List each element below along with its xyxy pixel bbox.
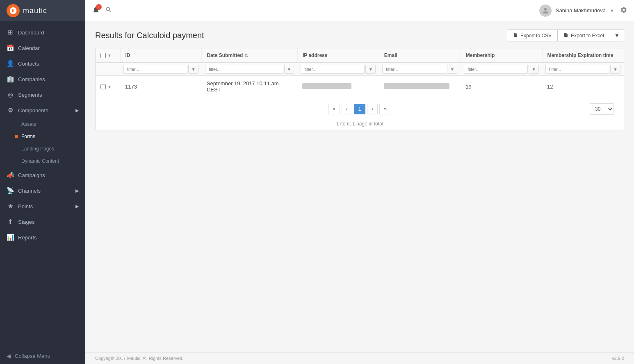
sidebar: mautic ⊞ Dashboard 📅 Calendar 👤 Contacts… <box>0 0 85 364</box>
collapse-label: Collapse Menu <box>15 353 50 359</box>
sidebar-item-stages[interactable]: ⬆ Stages <box>0 214 85 230</box>
row-date-submitted: September 19, 2017 10:11 am CEST <box>202 76 298 97</box>
export-dropdown-button[interactable]: ▼ <box>610 30 624 41</box>
submenu-item-forms[interactable]: Forms <box>0 130 85 143</box>
sidebar-item-calendar[interactable]: 📅 Calendar <box>0 40 85 56</box>
th-membership-expiration: Membership Expiration time <box>542 48 624 63</box>
topbar-right: Sabina Makhmudova ▼ <box>539 5 627 17</box>
main-area: 1 Sabina Makhmudova ▼ Result <box>85 0 634 364</box>
channels-icon: 📡 <box>7 187 14 194</box>
row-ip-address <box>297 76 379 97</box>
filter-expiration-input[interactable] <box>545 65 609 74</box>
companies-icon: 🏢 <box>7 75 14 83</box>
search-button[interactable] <box>105 6 112 15</box>
sidebar-item-label: Reports <box>18 234 37 241</box>
sidebar-navigation: ⊞ Dashboard 📅 Calendar 👤 Contacts 🏢 Comp… <box>0 21 85 348</box>
notification-bell[interactable]: 1 <box>92 6 100 15</box>
reports-icon: 📊 <box>7 234 14 241</box>
per-page-select[interactable]: 10 20 30 50 100 <box>590 103 614 115</box>
export-csv-button[interactable]: Export to CSV <box>507 30 557 41</box>
row-checkbox-cell: ▼ <box>96 76 120 97</box>
filter-date-input[interactable] <box>205 65 283 74</box>
ip-redacted <box>302 83 351 89</box>
filter-date-button[interactable]: ▼ <box>284 65 294 74</box>
excel-icon <box>563 32 568 39</box>
sidebar-item-label: Channels <box>18 188 41 194</box>
components-arrow: ▶ <box>75 108 79 113</box>
sidebar-item-companies[interactable]: 🏢 Companies <box>0 71 85 87</box>
pagination-first[interactable]: « <box>328 104 340 114</box>
submenu-item-assets[interactable]: Assets <box>0 118 85 130</box>
sidebar-item-components[interactable]: ⚙ Components ▶ <box>0 102 85 118</box>
export-excel-button[interactable]: Export to Excel <box>557 30 610 41</box>
pagination-last[interactable]: » <box>379 104 391 114</box>
username-label[interactable]: Sabina Makhmudova <box>556 7 606 14</box>
page-title: Results for Calculoid payment <box>95 31 204 40</box>
select-all-checkbox[interactable] <box>100 53 106 58</box>
submenu-label: Dynamic Content <box>21 158 59 164</box>
settings-gear-icon[interactable] <box>620 6 627 15</box>
components-icon: ⚙ <box>7 107 14 114</box>
campaigns-icon: 📣 <box>7 171 14 179</box>
sidebar-item-points[interactable]: ★ Points ▶ <box>0 198 85 214</box>
submenu-item-dynamic-content[interactable]: Dynamic Content <box>0 155 85 167</box>
username-dropdown-arrow[interactable]: ▼ <box>610 8 614 13</box>
sidebar-item-label: Points <box>18 203 33 209</box>
filter-email-cell: ▼ <box>379 63 461 76</box>
sidebar-item-contacts[interactable]: 👤 Contacts <box>0 56 85 71</box>
th-membership-expiration-label: Membership Expiration time <box>547 52 613 58</box>
sidebar-logo[interactable]: mautic <box>0 0 85 21</box>
sort-icon[interactable]: ⇅ <box>244 53 248 58</box>
filter-email-button[interactable]: ▼ <box>447 65 457 74</box>
row-select-checkbox[interactable] <box>100 84 106 89</box>
segments-icon: ◎ <box>7 91 14 98</box>
results-table-container: ▼ ID Date Submitted ⇅ <box>95 48 624 130</box>
export-csv-label: Export to CSV <box>520 33 552 39</box>
sidebar-item-campaigns[interactable]: 📣 Campaigns <box>0 167 85 183</box>
sidebar-item-label: Stages <box>18 219 34 225</box>
sidebar-item-label: Campaigns <box>18 172 45 178</box>
filter-id-input[interactable] <box>123 65 187 74</box>
results-table: ▼ ID Date Submitted ⇅ <box>96 48 624 97</box>
table-body: ▼ 1173 September 19, 2017 10:11 am CEST … <box>96 76 624 97</box>
th-membership-label: Membership <box>466 52 495 58</box>
filter-membership-input[interactable] <box>464 65 528 74</box>
submenu-item-landing-pages[interactable]: Landing Pages <box>0 143 85 155</box>
email-redacted <box>384 83 449 89</box>
row-membership-expiration: 12 <box>542 76 624 97</box>
pagination-prev[interactable]: ‹ <box>342 104 352 114</box>
sidebar-item-reports[interactable]: 📊 Reports <box>0 230 85 245</box>
row-id: 1173 <box>120 76 202 97</box>
filter-expiration-cell: ▼ <box>542 63 624 76</box>
filter-date-cell: ▼ <box>202 63 298 76</box>
points-icon: ★ <box>7 202 14 210</box>
page-header: Results for Calculoid payment Export to … <box>95 30 624 41</box>
dot-icon <box>15 147 18 150</box>
filter-ip-button[interactable]: ▼ <box>365 65 376 74</box>
sidebar-item-channels[interactable]: 📡 Channels ▶ <box>0 183 85 198</box>
row-email <box>379 76 461 97</box>
th-ip-address: IP address <box>297 48 379 63</box>
select-all-dropdown[interactable]: ▼ <box>107 53 112 58</box>
sidebar-item-label: Segments <box>18 92 42 98</box>
topbar: 1 Sabina Makhmudova ▼ <box>85 0 634 21</box>
sidebar-item-dashboard[interactable]: ⊞ Dashboard <box>0 25 85 40</box>
pagination-next[interactable]: › <box>367 104 378 114</box>
sidebar-item-label: Components <box>18 107 48 114</box>
components-submenu: Assets Forms Landing Pages Dynamic Conte… <box>0 118 85 167</box>
filter-expiration-button[interactable]: ▼ <box>610 65 620 74</box>
row-dropdown-arrow[interactable]: ▼ <box>107 84 112 89</box>
export-excel-label: Export to Excel <box>571 33 604 39</box>
channels-arrow: ▶ <box>75 188 79 193</box>
filter-id-button[interactable]: ▼ <box>188 65 198 74</box>
pagination-page-1[interactable]: 1 <box>354 104 366 114</box>
filter-ip-input[interactable] <box>301 65 365 74</box>
filter-email-input[interactable] <box>382 65 446 74</box>
collapse-menu-button[interactable]: ◀ Collapse Menu <box>0 348 85 364</box>
sidebar-item-label: Dashboard <box>18 30 44 36</box>
footer: Copyright 2017 Mautic. All Rights Reserv… <box>85 352 634 364</box>
filter-membership-button[interactable]: ▼ <box>529 65 539 74</box>
active-dot-icon <box>15 135 18 138</box>
sidebar-item-segments[interactable]: ◎ Segments <box>0 87 85 102</box>
dashboard-icon: ⊞ <box>7 29 14 36</box>
